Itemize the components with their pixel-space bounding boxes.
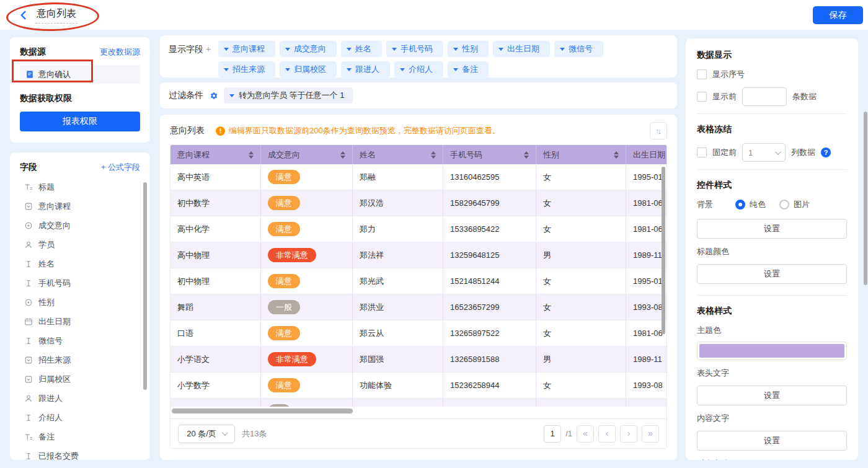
show-index-checkbox[interactable] — [697, 69, 707, 79]
datasource-item[interactable]: 意向确认 — [20, 65, 140, 84]
chevron-down-icon — [229, 94, 234, 97]
table-row[interactable]: 舞蹈一般郑洪业16523657299女1993-08 — [170, 294, 666, 320]
column-header[interactable]: 性别 — [536, 145, 626, 164]
warning-icon: ! — [216, 126, 225, 136]
table-row[interactable]: 初中数学满意郑汉浩15829645799女1981-06 — [170, 190, 666, 216]
column-header[interactable]: 出生日期 — [626, 145, 667, 164]
next-page-button[interactable]: › — [620, 425, 637, 443]
chevron-down-icon — [285, 48, 290, 51]
prev-page-button[interactable]: ‹ — [598, 425, 616, 443]
current-page-box[interactable]: 1 — [544, 425, 561, 443]
filter-condition-label: 转为意向学员 等于任意一个 1 — [239, 90, 344, 101]
table-row[interactable]: 初中物理满意郑光武15214851244女1995-01 — [170, 268, 666, 294]
save-button[interactable]: 保存 — [813, 6, 863, 24]
field-item[interactable]: 姓名 — [20, 254, 140, 273]
table-vscrollbar[interactable] — [662, 167, 665, 334]
display-field-tag[interactable]: 成交意向 — [280, 41, 337, 57]
page-scrollbar[interactable] — [864, 112, 867, 285]
row-limit-input[interactable] — [742, 87, 787, 106]
table-row[interactable]: 高中化学满意郑力15336895422女1981-06 — [170, 216, 666, 242]
sort-order-button[interactable]: ↑↓ — [650, 122, 667, 139]
chevron-down-icon — [453, 48, 458, 51]
cell-text: 女 — [543, 276, 551, 287]
last-page-button[interactable]: » — [642, 425, 659, 443]
sort-carets-icon[interactable] — [244, 151, 254, 159]
table-row[interactable]: 小学数学满意功能体验15236258944女1993-08 — [170, 373, 666, 399]
table-hscrollbar[interactable] — [172, 408, 353, 413]
display-field-tag[interactable]: 备注 — [448, 61, 489, 77]
freeze-title: 表格冻结 — [697, 124, 847, 135]
table-cell-gender: 女 — [536, 164, 626, 190]
field-item[interactable]: 已报名交费 — [20, 446, 140, 460]
display-field-tag[interactable]: 出生日期 — [493, 41, 550, 57]
display-field-tag[interactable]: 性别 — [448, 41, 489, 57]
column-header[interactable]: 姓名 — [353, 145, 443, 164]
tag-label: 成交意向 — [294, 43, 326, 55]
field-item[interactable]: 标题 — [20, 177, 140, 196]
field-item[interactable]: 出生日期 — [20, 312, 140, 331]
freeze-count-select[interactable]: 1 — [742, 143, 786, 162]
solid-color-radio[interactable] — [735, 200, 745, 210]
display-field-tag[interactable]: 招生来源 — [218, 61, 275, 77]
display-field-tag[interactable]: 介绍人 — [394, 61, 443, 77]
back-icon[interactable] — [19, 10, 29, 20]
first-page-button[interactable]: « — [577, 425, 594, 443]
table-row[interactable]: 小学语文非常满意郑国强13265891588男1989-11 — [170, 347, 666, 373]
divider — [697, 169, 847, 170]
chevron-down-icon — [224, 68, 229, 71]
theme-color-swatch[interactable] — [697, 342, 847, 360]
field-item[interactable]: 介绍人 — [20, 408, 140, 427]
table-cell-course: 高中物理 — [170, 242, 261, 268]
display-field-tag[interactable]: 微信号 — [554, 41, 603, 57]
gear-icon[interactable] — [209, 91, 218, 100]
add-formula-field-link[interactable]: + 公式字段 — [101, 162, 140, 173]
column-header[interactable]: 成交意向 — [261, 145, 353, 164]
field-item[interactable]: 归属校区 — [20, 369, 140, 389]
display-field-tag[interactable]: 归属校区 — [280, 61, 337, 77]
report-permission-button[interactable]: 报表权限 — [20, 112, 140, 131]
help-icon[interactable]: ? — [821, 148, 831, 157]
fields-scrollbar[interactable] — [143, 182, 147, 390]
field-item[interactable]: 学员 — [20, 235, 140, 254]
add-display-field-button[interactable]: + — [206, 44, 211, 54]
header-text-set-button[interactable]: 设置 — [697, 386, 847, 405]
sort-carets-icon[interactable] — [609, 151, 619, 159]
table-cell-course: 小学数学 — [170, 373, 261, 398]
field-item[interactable]: 性别 — [20, 293, 140, 312]
image-radio[interactable] — [779, 200, 789, 210]
chevron-down-icon — [775, 149, 781, 155]
page-size-select[interactable]: 20 条/页 — [178, 425, 235, 443]
table-row[interactable]: 口语满意郑云从13265897522女1981-06 — [170, 320, 666, 347]
table-row[interactable]: 高中英语满意郑融13160462595女1995-01 — [170, 164, 666, 190]
filter-condition-tag[interactable]: 转为意向学员 等于任意一个 1 — [224, 87, 353, 104]
change-datasource-link[interactable]: 更改数据源 — [100, 46, 140, 58]
display-field-tag[interactable]: 姓名 — [341, 41, 382, 57]
field-item[interactable]: 招生来源 — [20, 350, 140, 369]
display-field-tag[interactable]: 手机号码 — [386, 41, 443, 57]
field-item[interactable]: 成交意向 — [20, 216, 140, 235]
select-field-icon — [24, 356, 33, 364]
sort-carets-icon[interactable] — [426, 151, 436, 159]
field-item-label: 跟进人 — [38, 393, 63, 404]
field-item[interactable]: 意向课程 — [20, 196, 140, 216]
display-field-tag[interactable]: 跟进人 — [341, 61, 390, 77]
column-header[interactable]: 手机号码 — [443, 145, 536, 164]
field-item[interactable]: 手机号码 — [20, 273, 140, 293]
page-title[interactable]: 意向列表 — [35, 6, 78, 24]
display-field-tag[interactable]: 意向课程 — [218, 41, 275, 57]
sort-carets-icon[interactable] — [335, 151, 345, 159]
content-text-set-button[interactable]: 设置 — [697, 431, 847, 451]
table-cell-name: 郑汉浩 — [353, 190, 443, 216]
column-header[interactable]: 意向课程 — [170, 145, 261, 164]
title-color-set-button[interactable]: 设置 — [697, 264, 847, 284]
field-item[interactable]: 备注 — [20, 427, 140, 446]
show-first-checkbox[interactable] — [697, 92, 707, 102]
sort-carets-icon[interactable] — [519, 151, 529, 159]
table-row[interactable]: 高中物理非常满意郑法祥13259648125男1989-11 — [170, 242, 666, 268]
display-field-tags: 意向课程成交意向姓名手机号码性别出生日期微信号招生来源归属校区跟进人介绍人备注 — [218, 41, 627, 72]
table-cell-gender: 男 — [536, 242, 626, 268]
background-set-button[interactable]: 设置 — [697, 219, 847, 239]
freeze-columns-checkbox[interactable] — [697, 148, 707, 157]
field-item[interactable]: 微信号 — [20, 331, 140, 350]
field-item[interactable]: 跟进人 — [20, 389, 140, 408]
